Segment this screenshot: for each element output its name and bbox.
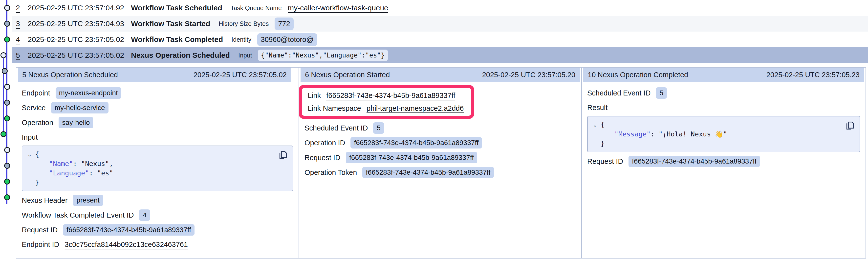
panel-nexus-operation-completed: 10 Nexus Operation Completed 2025-02-25 … (582, 68, 866, 258)
endpoint-badge: my-nexus-endpoint (56, 87, 121, 99)
field-request-id: Request ID f665283f-743e-4374-b45b-9a61a… (305, 152, 576, 163)
event-time: 2025-02-25 UTC 23:57:04.92 (28, 4, 131, 12)
request-id-badge: f665283f-743e-4374-b45b-9a61a89337ff (346, 152, 477, 163)
panel-body: Link f665283f-743e-4374-b45b-9a61a89337f… (299, 82, 581, 178)
scheduled-event-id-badge: 5 (373, 122, 384, 134)
panel-timestamp: 2025-02-25 UTC 23:57:05.23 (767, 71, 860, 79)
json-line-close: } (27, 178, 288, 187)
timeline-line (3, 55, 4, 134)
event-node-started[interactable] (2, 68, 8, 74)
input-payload-badge: {"Name":"Nexus","Language":"es"} (258, 49, 388, 61)
request-id-badge: f665283f-743e-4374-b45b-9a61a89337ff (628, 156, 760, 167)
result-json-viewer: ⌄{ "Message": "¡Hola! Nexus 👋" } (587, 116, 860, 152)
event-node-completed[interactable] (4, 37, 10, 42)
field-link: Link f665283f-743e-4374-b45b-9a61a89337f… (308, 90, 464, 101)
event-node-completed[interactable] (4, 179, 10, 185)
timeline-gutter (0, 0, 12, 260)
input-json-viewer: ⌄{ "Name": "Nexus", "Language": "es" } (22, 146, 293, 191)
history-row-5-selected[interactable]: 5 2025-02-25 UTC 23:57:05.02 Nexus Opera… (12, 47, 868, 63)
field-service: Service my-hello-service (22, 102, 293, 113)
event-detail-label: Identity (231, 36, 251, 43)
event-group-detail: 5 Nexus Operation Scheduled 2025-02-25 U… (16, 67, 866, 259)
json-line: "Message": "¡Hola! Nexus 👋" (593, 129, 855, 139)
link-namespace-link[interactable]: phil-target-namespace2.a2dd6 (367, 104, 464, 112)
event-node-pending[interactable] (0, 52, 6, 58)
event-node-completed[interactable] (4, 194, 10, 200)
event-node-started[interactable] (4, 100, 10, 106)
panel-timestamp: 2025-02-25 UTC 23:57:05.02 (193, 71, 287, 79)
field-nexus-header: Nexus Header present (22, 195, 293, 206)
panel-title: 5 Nexus Operation Scheduled (22, 71, 118, 79)
event-time: 2025-02-25 UTC 23:57:05.02 (28, 35, 131, 44)
event-detail-label: Input (238, 52, 252, 59)
panel-body: Endpoint my-nexus-endpoint Service my-he… (16, 82, 299, 250)
event-node-completed[interactable] (4, 115, 10, 121)
field-endpoint-id: Endpoint ID 3c0c75ccfa8144b092c13ce63246… (22, 239, 293, 250)
history-row-2[interactable]: 2 2025-02-25 UTC 23:57:04.92 Workflow Ta… (12, 0, 868, 16)
copy-icon (277, 149, 289, 160)
identity-badge: 30960@totoro@ (257, 33, 317, 46)
annotation-highlight-box: Link f665283f-743e-4374-b45b-9a61a89337f… (299, 85, 474, 119)
field-link-namespace: Link Namespace phil-target-namespace2.a2… (308, 103, 464, 114)
field-request-id: Request ID f665283f-743e-4374-b45b-9a61a… (587, 156, 860, 167)
panel-header: 5 Nexus Operation Scheduled 2025-02-25 U… (18, 68, 291, 82)
event-node-pending[interactable] (4, 5, 10, 11)
event-name: Workflow Task Completed (131, 35, 223, 44)
event-name: Nexus Operation Scheduled (131, 51, 230, 60)
json-line: "Name": "Nexus", (27, 159, 288, 169)
link-value-link[interactable]: f665283f-743e-4374-b45b-9a61a89337ff (326, 91, 455, 100)
collapse-chevron-icon[interactable]: ⌄ (593, 120, 599, 129)
panel-body: Scheduled Event ID 5 Result ⌄{ "Message"… (582, 82, 866, 167)
copy-icon-button[interactable] (277, 149, 289, 160)
event-name: Workflow Task Started (131, 20, 210, 28)
scheduled-event-id-badge: 5 (656, 87, 667, 99)
json-line-close: } (593, 139, 855, 148)
request-id-badge: f665283f-743e-4374-b45b-9a61a89337ff (63, 224, 194, 235)
history-row-3[interactable]: 3 2025-02-25 UTC 23:57:04.93 Workflow Ta… (12, 16, 868, 32)
input-label: Input (22, 132, 293, 143)
event-id-link[interactable]: 2 (16, 4, 28, 12)
nexus-header-badge: present (73, 195, 103, 206)
event-node-started[interactable] (4, 163, 10, 169)
event-node-completed[interactable] (0, 131, 6, 137)
json-line-open: ⌄{ (593, 120, 855, 129)
json-line-open: ⌄{ (27, 149, 288, 159)
event-detail-label: Task Queue Name (230, 4, 282, 11)
event-id-link[interactable]: 3 (16, 20, 28, 28)
field-scheduled-event-id: Scheduled Event ID 5 (305, 122, 576, 134)
event-node-pending[interactable] (4, 147, 10, 153)
panel-nexus-operation-started: 6 Nexus Operation Started 2025-02-25 UTC… (299, 68, 582, 258)
event-id-link[interactable]: 4 (16, 35, 28, 44)
json-line: "Language": "es" (27, 169, 288, 178)
event-detail-label: History Size Bytes (219, 20, 269, 27)
panel-title: 6 Nexus Operation Started (305, 71, 390, 79)
panel-nexus-operation-scheduled: 5 Nexus Operation Scheduled 2025-02-25 U… (16, 68, 299, 258)
event-history-rows: 2 2025-02-25 UTC 23:57:04.92 Workflow Ta… (12, 0, 868, 63)
field-wft-completed-event-id: Workflow Task Completed Event ID 4 (22, 210, 293, 221)
operation-id-badge: f665283f-743e-4374-b45b-9a61a89337ff (350, 137, 482, 149)
result-label: Result (587, 102, 860, 113)
collapse-chevron-icon[interactable]: ⌄ (27, 150, 33, 159)
field-operation-id: Operation ID f665283f-743e-4374-b45b-9a6… (305, 137, 576, 149)
field-operation-token: Operation Token f665283f-743e-4374-b45b-… (305, 167, 576, 178)
endpoint-id-link[interactable]: 3c0c75ccfa8144b092c13ce632463761 (65, 240, 188, 249)
copy-icon-button[interactable] (844, 119, 856, 131)
panel-header: 10 Nexus Operation Completed 2025-02-25 … (583, 68, 864, 82)
panel-header: 6 Nexus Operation Started 2025-02-25 UTC… (301, 68, 580, 82)
field-request-id: Request ID f665283f-743e-4374-b45b-9a61a… (22, 224, 293, 235)
operation-badge: say-hello (59, 117, 93, 128)
history-row-4[interactable]: 4 2025-02-25 UTC 23:57:05.02 Workflow Ta… (12, 32, 868, 47)
field-operation: Operation say-hello (22, 117, 293, 128)
event-id-link[interactable]: 5 (16, 51, 28, 60)
panel-timestamp: 2025-02-25 UTC 23:57:05.20 (482, 71, 576, 79)
task-queue-link[interactable]: my-caller-workflow-task-queue (288, 4, 388, 12)
history-size-badge: 772 (275, 17, 293, 30)
field-scheduled-event-id: Scheduled Event ID 5 (587, 87, 860, 99)
event-time: 2025-02-25 UTC 23:57:05.02 (28, 51, 131, 60)
event-time: 2025-02-25 UTC 23:57:04.93 (28, 20, 131, 28)
field-endpoint: Endpoint my-nexus-endpoint (22, 87, 293, 99)
event-name: Workflow Task Scheduled (131, 4, 222, 12)
event-id-badge: 4 (139, 210, 150, 221)
event-node-pending[interactable] (4, 84, 10, 90)
event-node-started[interactable] (4, 21, 10, 27)
